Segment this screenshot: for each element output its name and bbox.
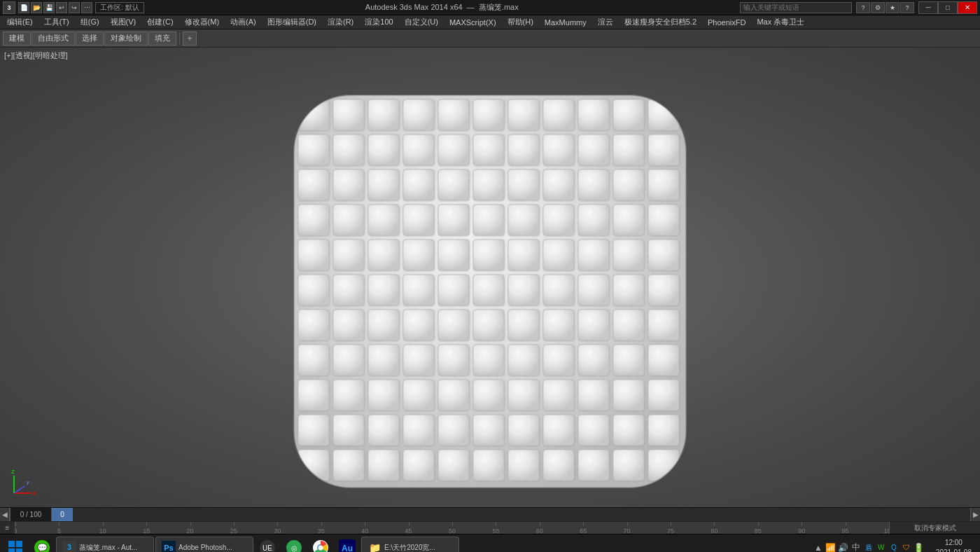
svg-rect-54 [578, 240, 609, 270]
viewport-wrapper[interactable]: [+][透视][明暗处理] [0, 48, 980, 507]
ruler-label: 70 [624, 527, 631, 534]
title-right: 输入关键字或短语 ? ⚙ ★ ? ─ □ ✕ [740, 1, 977, 14]
tray-wechat-icon[interactable]: W [876, 542, 887, 553]
taskbar-3dsmax[interactable]: 3 蒸编笼.max - Aut... [56, 537, 154, 553]
close-button[interactable]: ✕ [958, 1, 977, 14]
svg-rect-20 [543, 134, 574, 165]
svg-rect-12 [648, 99, 679, 130]
svg-rect-74 [508, 310, 539, 340]
toolbar-modeling[interactable]: 建模 [3, 32, 31, 46]
tray-security2-icon[interactable]: 🛡 [901, 542, 912, 553]
ruler-tick [277, 522, 278, 526]
menu-help[interactable]: 帮助(H) [502, 15, 539, 29]
ruler-label: 50 [449, 527, 456, 534]
ruler-tick [627, 522, 628, 526]
svg-rect-103 [368, 415, 399, 446]
svg-rect-37 [368, 205, 399, 235]
svg-rect-35 [298, 205, 329, 235]
tray-battery-icon[interactable]: 🔋 [913, 542, 925, 553]
search-box[interactable]: 输入关键字或短语 [740, 2, 852, 13]
svg-rect-132 [8, 548, 15, 553]
menu-graph-editor[interactable]: 图形编辑器(D) [262, 15, 322, 29]
title-help-icon[interactable]: ? [856, 2, 870, 13]
taskbar-photoshop[interactable]: Ps Adobe Photosh... [155, 537, 253, 553]
svg-rect-115 [403, 450, 434, 481]
tray-sound-icon[interactable]: 🔊 [838, 542, 849, 553]
toolbar-add-btn[interactable]: + [183, 32, 197, 46]
menu-phoenixfd[interactable]: PhoenixFD [702, 17, 751, 28]
menu-create[interactable]: 创建(C) [141, 15, 178, 29]
taskbar-360browser[interactable]: ◎ [281, 537, 307, 553]
menu-animation[interactable]: 动画(A) [225, 15, 262, 29]
title-tools-icon[interactable]: ⚙ [871, 2, 885, 13]
minimize-button[interactable]: ─ [918, 1, 938, 14]
svg-rect-47 [333, 240, 364, 270]
ruler-label: 60 [536, 527, 543, 534]
title-redo-btn[interactable]: ↪ [69, 2, 80, 13]
taskbar-folder[interactable]: 📁 E:\天竹2020宽... [361, 537, 459, 553]
title-open-btn[interactable]: 📂 [31, 2, 42, 13]
svg-rect-117 [473, 450, 504, 481]
title-star-icon[interactable]: ★ [886, 2, 899, 13]
svg-text:◎: ◎ [291, 544, 298, 552]
workspace-selector[interactable]: 工作区: 默认 [95, 2, 144, 13]
menu-maxscript[interactable]: MAXScript(X) [444, 17, 502, 28]
svg-rect-121 [613, 450, 644, 481]
toolbar-freeform[interactable]: 自由形式 [31, 32, 75, 46]
menu-group[interactable]: 组(G) [75, 15, 105, 29]
svg-rect-86 [543, 345, 574, 375]
clock-area[interactable]: 12:00 2021-01-08 [930, 538, 977, 553]
timeline-next-btn[interactable]: ▶ [970, 508, 980, 522]
ruler-label: 20 [187, 527, 194, 534]
menu-render100[interactable]: 渲染100 [359, 15, 398, 29]
taskbar-audition[interactable]: Au [335, 537, 360, 553]
menu-maxmummy[interactable]: MaxMummy [539, 17, 592, 28]
taskbar-wechat[interactable]: 💬 [29, 537, 55, 553]
title-new-btn[interactable]: 📄 [18, 2, 29, 13]
menu-renderyun[interactable]: 渲云 [592, 15, 619, 29]
ruler-cancel-expert[interactable]: 取消专家模式 [889, 522, 980, 534]
svg-rect-130 [8, 541, 15, 547]
menu-antivirus[interactable]: Max 杀毒卫士 [751, 15, 810, 29]
restore-button[interactable]: □ [938, 1, 958, 14]
menu-edit[interactable]: 编辑(E) [1, 15, 38, 29]
title-help2-icon[interactable]: ? [900, 2, 914, 13]
clock-date: 2021-01-08 [936, 548, 972, 553]
svg-rect-95 [473, 380, 504, 410]
title-more-btn[interactable]: ⋯ [81, 2, 92, 13]
toolbar-select[interactable]: 选择 [76, 32, 104, 46]
ruler-tick [59, 522, 59, 526]
svg-rect-55 [613, 240, 644, 270]
svg-rect-84 [473, 345, 504, 375]
timeline-slider[interactable]: 0 [52, 508, 73, 521]
title-undo-btn[interactable]: ↩ [56, 2, 67, 13]
main-content: 建模 自由形式 选择 对象绘制 填充 + [+][透视][明暗处理] [0, 29, 980, 534]
viewport-canvas [0, 48, 980, 507]
start-button[interactable] [3, 537, 28, 553]
svg-rect-75 [543, 310, 574, 340]
svg-rect-110 [613, 415, 644, 446]
menu-customize[interactable]: 自定义(U) [399, 15, 444, 29]
ruler-menu-icon[interactable]: ≡ [0, 522, 15, 534]
menu-render[interactable]: 渲染(R) [322, 15, 359, 29]
tray-input-icon[interactable]: 中 [850, 542, 862, 553]
title-save-btn[interactable]: 💾 [43, 2, 55, 13]
menu-modifier[interactable]: 修改器(M) [179, 15, 225, 29]
taskbar-ue4[interactable]: UE [255, 537, 280, 553]
ruler-tick [758, 522, 759, 526]
svg-rect-36 [333, 205, 364, 235]
svg-rect-17 [438, 134, 469, 165]
timeline-prev-btn[interactable]: ◀ [0, 508, 10, 522]
tray-network-icon[interactable]: 📶 [825, 542, 836, 553]
tray-expand-icon[interactable]: ▲ [813, 542, 824, 553]
menu-tools[interactable]: 工具(T) [38, 15, 75, 29]
toolbar-fill[interactable]: 填充 [148, 32, 176, 46]
menu-view[interactable]: 视图(V) [105, 15, 142, 29]
tray-qq-icon[interactable]: Q [888, 542, 899, 553]
toolbar-object-paint[interactable]: 对象绘制 [104, 32, 148, 46]
timeline-track[interactable]: 0 [52, 508, 970, 521]
menu-slimdown[interactable]: 极速瘦身安全归档5.2 [619, 15, 702, 29]
svg-rect-43 [578, 205, 609, 235]
tray-security1-icon[interactable]: 盾 [863, 542, 874, 553]
taskbar-chrome[interactable] [308, 537, 333, 553]
